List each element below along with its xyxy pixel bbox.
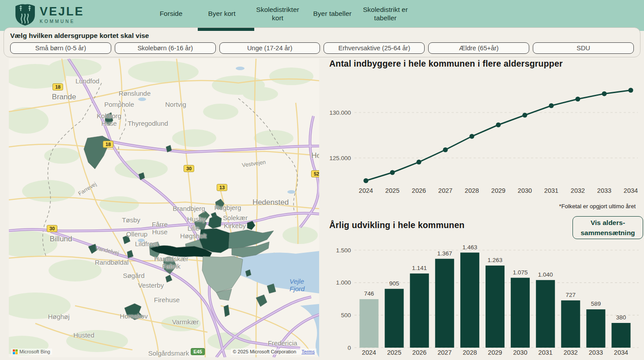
map-copyright: © 2025 Microsoft Corporation Terms (231, 349, 316, 355)
bar-chart-title: Årlig udvikling i hele kommunen (329, 220, 464, 230)
svg-text:2033: 2033 (589, 349, 603, 356)
svg-text:589: 589 (591, 300, 601, 307)
filter-title: Vælg hvilken aldersgruppe kortet skal vi… (10, 32, 149, 40)
age-filter-button[interactable]: SDU (533, 42, 634, 54)
svg-text:1.263: 1.263 (488, 257, 503, 263)
svg-text:125.000: 125.000 (329, 155, 351, 161)
svg-text:2034: 2034 (614, 349, 628, 356)
logo-title: VEJLE (40, 6, 84, 18)
svg-text:2033: 2033 (597, 187, 611, 194)
svg-text:500: 500 (341, 312, 351, 319)
map-base-layer (9, 59, 319, 357)
bing-map[interactable]: LundfodBrandeRønslundePompholeKokborg Hu… (9, 59, 319, 357)
tab-forside[interactable]: Forside (150, 0, 192, 27)
svg-text:2032: 2032 (571, 187, 585, 194)
svg-text:2027: 2027 (438, 187, 452, 194)
bar-chart: 05001.0001.500746202490520251.14120261.3… (329, 240, 644, 360)
svg-text:2031: 2031 (544, 187, 558, 194)
svg-text:1.367: 1.367 (437, 250, 452, 257)
vis-alderssammensaetning-button[interactable]: Vis alders- sammensætning (572, 216, 643, 239)
active-tab-underline (198, 28, 254, 31)
svg-text:1.141: 1.141 (412, 265, 427, 271)
svg-text:2026: 2026 (412, 349, 426, 356)
age-filter-button[interactable]: Små børn (0-5 år) (10, 42, 111, 54)
logo-subtitle: KOMMUNE (40, 19, 84, 24)
svg-text:2024: 2024 (359, 187, 373, 194)
svg-text:2024: 2024 (362, 349, 376, 356)
bing-logo-icon (13, 349, 18, 354)
age-filter-button[interactable]: Erhvervsaktive (25-64 år) (324, 42, 425, 54)
svg-text:2032: 2032 (564, 349, 578, 356)
svg-text:2028: 2028 (465, 187, 479, 194)
age-group-filter-panel: Vælg hvilken aldersgruppe kortet skal vi… (4, 27, 640, 57)
line-chart: 125.000130.00020242025202620272028202920… (329, 69, 644, 202)
age-filter-button[interactable]: Unge (17-24 år) (219, 42, 320, 54)
svg-text:1.463: 1.463 (463, 244, 478, 251)
tab-skoledistrikt-er-tabeller[interactable]: Skoledistrikt er tabeller (361, 0, 410, 27)
tab-skoledistrikter-kort[interactable]: Skoledistrikter kort (252, 0, 304, 27)
svg-text:2029: 2029 (488, 349, 502, 356)
svg-text:2025: 2025 (385, 187, 399, 194)
line-chart-footnote: *Folketal er opgjort ultimo året (559, 203, 636, 210)
age-filter-buttons: Små børn (0-5 år)Skolebørn (6-16 år)Unge… (10, 42, 634, 54)
bing-attribution: Microsoft Bing (11, 349, 52, 355)
svg-text:380: 380 (616, 314, 626, 321)
svg-text:727: 727 (566, 292, 576, 298)
svg-text:1.500: 1.500 (336, 247, 351, 254)
svg-text:2034: 2034 (624, 187, 638, 194)
svg-text:2028: 2028 (463, 349, 477, 356)
svg-text:746: 746 (364, 290, 374, 297)
coat-of-arms-icon (15, 3, 35, 26)
svg-text:2026: 2026 (412, 187, 426, 194)
age-filter-button[interactable]: Ældre (65+år) (428, 42, 529, 54)
age-filter-button[interactable]: Skolebørn (6-16 år) (115, 42, 216, 54)
vejle-kommune-logo[interactable]: VEJLE KOMMUNE (15, 3, 84, 26)
main-nav: ForsideByer kortSkoledistrikter kortByer… (150, 0, 410, 27)
svg-text:2030: 2030 (518, 187, 532, 194)
svg-text:0: 0 (347, 345, 351, 351)
svg-text:1.000: 1.000 (336, 279, 351, 286)
svg-text:130.000: 130.000 (329, 109, 351, 116)
svg-text:2030: 2030 (513, 349, 527, 356)
svg-text:1.040: 1.040 (538, 271, 553, 278)
tab-byer-tabeller[interactable]: Byer tabeller (304, 0, 361, 27)
line-chart-title: Antal indbyggere i hele kommunen i flere… (329, 59, 563, 69)
tab-byer-kort[interactable]: Byer kort (192, 0, 252, 27)
charts-column: Antal indbyggere i hele kommunen i flere… (329, 59, 644, 360)
svg-text:2025: 2025 (387, 349, 401, 356)
copyright-text: © 2025 Microsoft Corporation (233, 349, 296, 354)
terms-link[interactable]: Terms (301, 349, 315, 354)
svg-text:2031: 2031 (539, 349, 553, 356)
svg-text:1.075: 1.075 (513, 269, 528, 276)
svg-text:2029: 2029 (491, 187, 505, 194)
top-navigation-bar: VEJLE KOMMUNE ForsideByer kortSkoledistr… (0, 0, 644, 31)
svg-text:905: 905 (389, 280, 399, 287)
svg-text:2027: 2027 (437, 349, 452, 356)
bing-label: Microsoft Bing (19, 349, 50, 354)
